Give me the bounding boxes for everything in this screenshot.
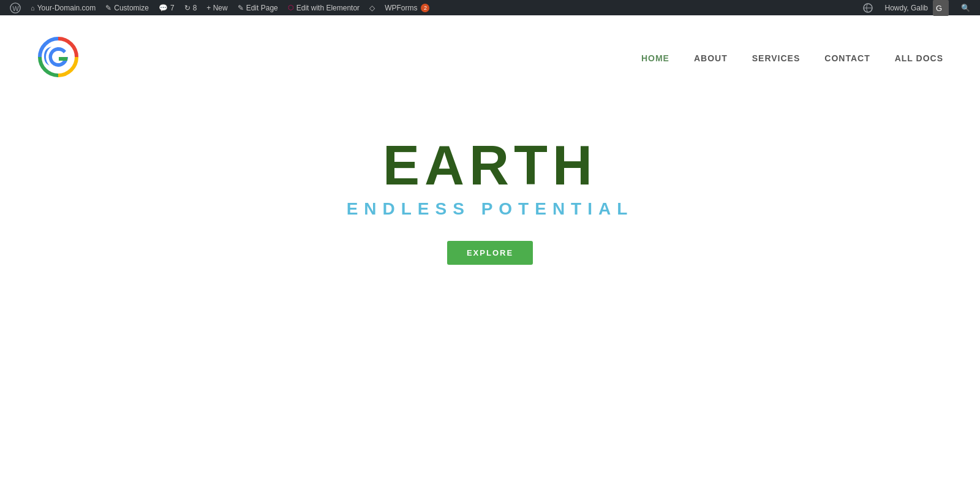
site-logo[interactable]: G — [37, 36, 80, 81]
svg-rect-8 — [59, 57, 67, 61]
search-icon: 🔍 — [961, 4, 970, 12]
site-name-button[interactable]: ⌂ Your-Domain.com — [26, 0, 100, 15]
hero-subtitle: ENDLESS POTENTIAL — [347, 199, 634, 219]
nav-home[interactable]: HOME — [641, 53, 669, 63]
hero-title: EARTH — [383, 138, 597, 193]
home-icon: ⌂ — [31, 4, 35, 12]
edit-icon: ✎ — [238, 4, 244, 12]
updates-icon: ↻ — [184, 4, 190, 12]
nav-all-docs[interactable]: ALL DOCS — [895, 53, 943, 63]
wpforms-button[interactable]: WPForms 2 — [380, 0, 434, 15]
customize-button[interactable]: ✎ Customize — [100, 0, 154, 15]
search-button[interactable]: 🔍 — [956, 4, 975, 12]
explore-button[interactable]: EXPLORE — [447, 241, 533, 265]
admin-bar: W ⌂ Your-Domain.com ✎ Customize 💬 7 ↻ 8 … — [0, 0, 980, 15]
site-nav: HOME ABOUT SERVICES CONTACT ALL DOCS — [641, 53, 943, 63]
customize-icon: ✎ — [105, 4, 111, 12]
wp-logo-button[interactable]: W — [5, 0, 26, 15]
site-header: G HOME ABOUT SERVICES CONTACT ALL DOCS — [0, 15, 980, 101]
nav-about[interactable]: ABOUT — [694, 53, 728, 63]
wpml-icon[interactable] — [858, 3, 878, 13]
nav-services[interactable]: SERVICES — [752, 53, 801, 63]
diamond-icon-item[interactable]: ◇ — [364, 0, 380, 15]
wpforms-badge: 2 — [421, 4, 429, 12]
edit-page-button[interactable]: ✎ Edit Page — [233, 0, 283, 15]
elementor-button[interactable]: ⬡ Edit with Elementor — [283, 0, 364, 15]
nav-contact[interactable]: CONTACT — [824, 53, 870, 63]
diamond-icon: ◇ — [369, 4, 375, 12]
svg-text:G: G — [936, 4, 942, 13]
new-content-button[interactable]: + New — [202, 0, 232, 15]
elementor-icon: ⬡ — [288, 4, 294, 12]
howdy-button[interactable]: Howdy, Galib G — [880, 0, 954, 16]
comments-button[interactable]: 💬 7 — [154, 0, 179, 15]
admin-bar-right: Howdy, Galib G 🔍 — [858, 0, 975, 16]
svg-text:W: W — [13, 4, 20, 12]
comments-icon: 💬 — [159, 4, 168, 12]
updates-button[interactable]: ↻ 8 — [179, 0, 202, 15]
hero-section: EARTH ENDLESS POTENTIAL EXPLORE — [0, 101, 980, 265]
